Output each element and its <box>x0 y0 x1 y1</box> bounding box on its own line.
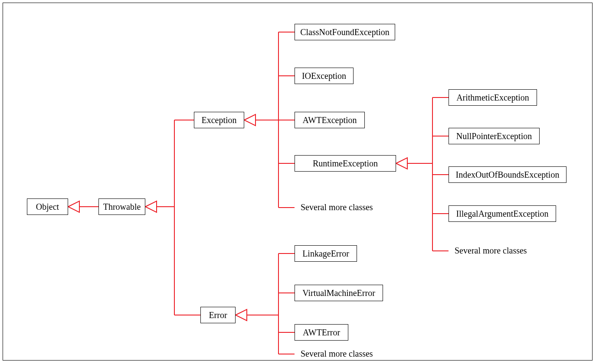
svg-marker-22 <box>396 158 407 169</box>
node-io-exception: IOException <box>295 68 354 84</box>
node-virtual-machine-error: VirtualMachineError <box>295 285 383 301</box>
svg-marker-2 <box>145 201 157 212</box>
more-label-runtime: Several more classes <box>455 246 527 256</box>
node-null-pointer-exception: NullPointerException <box>449 128 540 144</box>
more-label-exception: Several more classes <box>301 202 373 212</box>
node-linkage-error: LinkageError <box>295 245 357 262</box>
node-illegal-argument-exception: IllegalArgumentException <box>449 205 556 222</box>
node-class-not-found-exception: ClassNotFoundException <box>295 24 395 40</box>
more-label-error: Several more classes <box>301 349 373 359</box>
node-index-out-of-bounds-exception: IndexOutOfBoundsException <box>449 166 567 183</box>
node-object: Object <box>27 198 68 215</box>
node-arithmetic-exception: ArithmeticException <box>449 89 537 106</box>
svg-marker-0 <box>68 201 79 212</box>
node-runtime-exception: RuntimeException <box>295 155 396 172</box>
svg-marker-15 <box>236 309 247 321</box>
diagram-frame: Object Throwable Exception Error ClassNo… <box>3 3 593 361</box>
node-error: Error <box>200 307 236 323</box>
node-awt-exception: AWTException <box>295 112 365 128</box>
node-exception: Exception <box>194 112 244 128</box>
svg-marker-7 <box>244 114 255 126</box>
node-throwable: Throwable <box>98 198 145 215</box>
node-awt-error: AWTError <box>295 324 348 341</box>
